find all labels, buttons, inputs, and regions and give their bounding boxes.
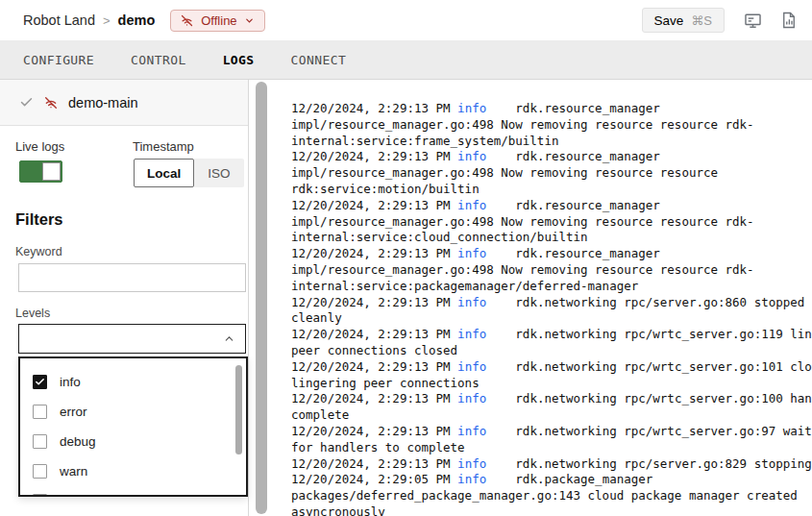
log-level: info	[457, 359, 486, 374]
log-level: info	[457, 198, 486, 212]
level-checkbox[interactable]	[33, 375, 47, 389]
log-entry: 12/20/2024, 2:29:13 PM info rdk.networki…	[291, 359, 812, 392]
chevron-up-icon	[223, 332, 235, 345]
wifi-off-icon	[180, 13, 194, 28]
log-timestamp: 12/20/2024, 2:29:13 PM	[291, 424, 451, 438]
live-logs-toggle[interactable]	[19, 160, 62, 183]
log-level: info	[457, 472, 486, 486]
logs-sidebar: demo-main Live logs Timestamp LocalISO F…	[0, 80, 249, 516]
timestamp-label: Timestamp	[133, 139, 194, 154]
level-option-label: debug	[60, 434, 96, 449]
monitor-icon	[744, 12, 762, 30]
log-level: info	[457, 424, 486, 438]
breadcrumb-separator: >	[103, 13, 111, 28]
keyword-label: Keyword	[15, 245, 62, 258]
toggle-knob	[42, 162, 61, 181]
breadcrumb-root[interactable]: Robot Land	[23, 12, 95, 28]
dropdown-scrollbar[interactable]	[235, 365, 242, 455]
tab-connect[interactable]: CONNECT	[291, 53, 347, 67]
log-timestamp: 12/20/2024, 2:29:13 PM	[291, 295, 451, 309]
log-entry: 12/20/2024, 2:29:13 PM info rdk.networki…	[291, 456, 812, 473]
level-checkbox[interactable]	[33, 494, 47, 497]
document-chart-icon	[781, 12, 797, 29]
log-level: info	[457, 101, 486, 115]
log-timestamp: 12/20/2024, 2:29:13 PM	[291, 198, 451, 212]
status-badge[interactable]: Offline	[170, 10, 264, 32]
level-option-label: error	[60, 405, 87, 419]
status-badge-label: Offline	[201, 13, 236, 28]
chevron-down-icon	[244, 15, 255, 26]
breadcrumb: Robot Land > demo	[23, 12, 155, 28]
level-option-info[interactable]: info	[20, 367, 246, 397]
log-entry: 12/20/2024, 2:29:13 PM info rdk.resource…	[291, 246, 812, 294]
levels-select[interactable]	[18, 324, 246, 354]
report-document-button[interactable]	[781, 12, 797, 29]
machine-monitor-button[interactable]	[744, 12, 762, 30]
log-timestamp: 12/20/2024, 2:29:05 PM	[291, 472, 451, 486]
levels-label: Levels	[15, 307, 50, 320]
log-entry: 12/20/2024, 2:29:05 PM info rdk.package_…	[291, 472, 812, 516]
level-checkbox[interactable]	[33, 434, 47, 449]
level-option-label: warn	[60, 464, 87, 479]
live-logs-label: Live logs	[15, 139, 64, 154]
level-option-warn[interactable]: warn	[20, 456, 246, 486]
log-entry: 12/20/2024, 2:29:13 PM info rdk.networki…	[291, 295, 812, 328]
wifi-off-icon	[43, 95, 59, 111]
app-header: Robot Land > demo Offline Save ⌘S	[0, 0, 812, 40]
save-shortcut: ⌘S	[691, 13, 712, 28]
keyword-input[interactable]	[18, 263, 246, 292]
timestamp-option-local[interactable]: Local	[134, 159, 194, 187]
log-level: info	[457, 391, 486, 405]
level-checkbox[interactable]	[33, 464, 47, 479]
log-timestamp: 12/20/2024, 2:29:13 PM	[291, 149, 451, 163]
part-name: demo-main	[68, 95, 138, 111]
log-entry: 12/20/2024, 2:29:13 PM info rdk.networki…	[291, 327, 812, 359]
log-entry: 12/20/2024, 2:29:13 PM info rdk.resource…	[291, 101, 812, 149]
log-level: info	[457, 456, 486, 471]
timestamp-format-group: LocalISO	[134, 159, 244, 187]
breadcrumb-current: demo	[118, 12, 156, 28]
log-list: 12/20/2024, 2:29:13 PM info rdk.resource…	[291, 101, 812, 516]
timestamp-option-iso[interactable]: ISO	[194, 159, 243, 187]
log-timestamp: 12/20/2024, 2:29:13 PM	[291, 327, 451, 341]
tab-logs[interactable]: LOGS	[223, 53, 255, 67]
log-entry: 12/20/2024, 2:29:13 PM info rdk.resource…	[291, 149, 812, 197]
log-timestamp: 12/20/2024, 2:29:13 PM	[291, 391, 451, 405]
levels-option-list: info error debug warn	[20, 367, 246, 497]
logs-panel: 12/20/2024, 2:29:13 PM info rdk.resource…	[249, 80, 812, 516]
check-icon	[19, 95, 34, 110]
levels-dropdown: info error debug warn	[18, 356, 248, 497]
tab-control[interactable]: CONTROL	[131, 53, 186, 67]
level-checkbox[interactable]	[33, 405, 47, 419]
level-option-partial[interactable]	[20, 486, 246, 497]
log-message: rdk.networking rpc/server.go:829 stoppin…	[515, 456, 812, 471]
logs-scrollbar[interactable]	[256, 82, 267, 514]
tab-configure[interactable]: CONFIGURE	[23, 53, 94, 67]
log-timestamp: 12/20/2024, 2:29:13 PM	[291, 359, 451, 374]
save-button-label: Save	[654, 13, 684, 28]
level-option-error[interactable]: error	[20, 397, 246, 427]
tab-bar: CONFIGURECONTROLLOGSCONNECT	[0, 40, 812, 80]
log-level: info	[457, 149, 486, 163]
level-option-debug[interactable]: debug	[20, 427, 246, 456]
header-actions: Save ⌘S	[642, 8, 797, 33]
log-level: info	[457, 246, 486, 260]
log-entry: 12/20/2024, 2:29:13 PM info rdk.networki…	[291, 391, 812, 424]
log-level: info	[457, 327, 486, 341]
log-entry: 12/20/2024, 2:29:13 PM info rdk.resource…	[291, 198, 812, 246]
part-selector-row[interactable]: demo-main	[0, 80, 248, 126]
save-button[interactable]: Save ⌘S	[642, 8, 725, 33]
log-entry: 12/20/2024, 2:29:13 PM info rdk.networki…	[291, 424, 812, 456]
log-timestamp: 12/20/2024, 2:29:13 PM	[291, 456, 451, 471]
log-level: info	[457, 295, 486, 309]
log-timestamp: 12/20/2024, 2:29:13 PM	[291, 246, 451, 260]
filters-title: Filters	[15, 210, 63, 229]
log-timestamp: 12/20/2024, 2:29:13 PM	[291, 101, 451, 115]
level-option-label: info	[60, 375, 81, 389]
